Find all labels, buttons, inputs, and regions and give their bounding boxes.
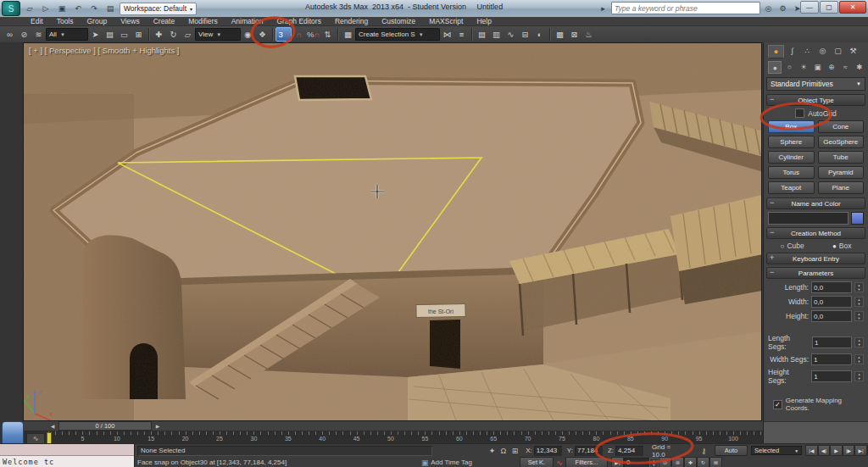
layer-manager-icon[interactable]: ▤ <box>475 28 489 41</box>
frame-indicator-field[interactable]: 0 / 100 <box>58 421 152 431</box>
autogrid-checkbox[interactable] <box>795 108 804 118</box>
menu-edit[interactable]: Edit <box>24 17 50 26</box>
zoom-viewport-icon[interactable]: ⊙ <box>659 457 671 467</box>
menu-group[interactable]: Group <box>81 17 114 26</box>
plane-button[interactable]: Plane <box>818 181 865 194</box>
maxscript-mini-listener[interactable]: Welcome tc <box>0 444 135 467</box>
length-segs-field[interactable]: 1 <box>812 336 852 348</box>
material-editor-icon[interactable]: ◐ <box>532 28 547 41</box>
selection-lock-icon[interactable]: Ω <box>498 446 509 456</box>
current-frame-field[interactable]: 0 <box>624 458 649 467</box>
menu-create[interactable]: Create <box>147 17 182 26</box>
mirror-icon[interactable]: ⋈ <box>440 28 454 41</box>
go-to-start-button[interactable]: |◀ <box>805 445 818 456</box>
select-and-link-icon[interactable]: ∞ <box>3 28 17 41</box>
open-file-icon[interactable]: ▷ <box>39 3 53 14</box>
menu-tools[interactable]: Tools <box>50 17 81 26</box>
listener-output-row[interactable]: Welcome tc <box>0 456 134 467</box>
align-icon[interactable]: ≡ <box>454 28 469 41</box>
unlink-selection-icon[interactable]: ⊘ <box>17 28 31 41</box>
render-setup-icon[interactable]: ▩ <box>553 28 567 41</box>
menu-rendering[interactable]: Rendering <box>328 17 375 26</box>
tab-motion-icon[interactable]: ◎ <box>815 45 830 57</box>
x-coord-field[interactable]: 12,343 <box>534 446 562 456</box>
key-filters-curve-icon[interactable]: ∿ <box>554 458 565 467</box>
primitive-category-dropdown[interactable]: Standard Primitives ▼ <box>766 77 865 91</box>
tube-button[interactable]: Tube <box>818 151 865 164</box>
menu-modifiers[interactable]: Modifiers <box>181 17 224 26</box>
length-field[interactable]: 0,0 <box>811 281 852 293</box>
tab-create-icon[interactable]: ● <box>768 45 784 58</box>
length-spinner[interactable]: ▴▾ <box>854 282 864 292</box>
selection-filter-dropdown[interactable]: All ▼ <box>46 28 88 41</box>
go-to-end-button[interactable]: ▶| <box>854 445 867 456</box>
torus-button[interactable]: Torus <box>768 166 815 179</box>
height-spinner[interactable]: ▴▾ <box>854 311 864 321</box>
frame-back-button[interactable]: ◀ <box>48 422 57 430</box>
select-and-scale-icon[interactable]: ▱ <box>181 28 195 41</box>
rollout-creation-method[interactable]: − Creation Method <box>766 227 865 239</box>
sphere-button[interactable]: Sphere <box>768 136 815 148</box>
perspective-viewport[interactable]: the St-Ori <box>23 42 762 421</box>
category-systems-icon[interactable]: ✱ <box>854 61 865 72</box>
minimize-button[interactable]: — <box>800 1 819 14</box>
frame-spinner[interactable]: ▴▾ <box>649 458 659 467</box>
search-go-icon[interactable]: ▸ <box>597 3 609 14</box>
category-lights-icon[interactable]: ☀ <box>798 61 810 72</box>
tab-display-icon[interactable]: ▢ <box>831 45 845 57</box>
cylinder-button[interactable]: Cylinder <box>768 151 815 164</box>
save-file-icon[interactable]: ▣ <box>55 3 69 14</box>
menu-graph-editors[interactable]: Graph Editors <box>270 17 327 26</box>
width-segs-field[interactable]: 1 <box>811 353 852 365</box>
selected-set-dropdown[interactable]: Selected ▼ <box>751 446 802 455</box>
menu-maxscript[interactable]: MAXScript <box>422 17 470 26</box>
use-pivot-center-icon[interactable]: ◉ <box>241 28 255 41</box>
select-object-icon[interactable]: ➤ <box>88 28 103 41</box>
teapot-button[interactable]: Teapot <box>768 181 815 194</box>
maximize-button[interactable]: ▢ <box>820 1 838 14</box>
absolute-mode-icon[interactable]: ⊞ <box>509 446 521 456</box>
tab-modify-icon[interactable]: ∫ <box>785 45 799 57</box>
box-button[interactable]: Box <box>768 120 815 133</box>
reference-coordinate-dropdown[interactable]: View ▼ <box>195 28 241 41</box>
category-cameras-icon[interactable]: ▣ <box>811 61 823 72</box>
pyramid-button[interactable]: Pyramid <box>818 166 865 179</box>
undo-icon[interactable]: ↶ <box>71 3 85 14</box>
next-frame-button[interactable]: |▶ <box>843 445 855 456</box>
workspace-dropdown[interactable]: Workspace: Default ▾ <box>120 3 197 15</box>
rollout-keyboard-entry[interactable]: + Keyboard Entry <box>766 253 865 264</box>
menu-animation[interactable]: Animation <box>225 17 270 26</box>
height-segs-spinner[interactable]: ▴▾ <box>854 371 864 381</box>
new-file-icon[interactable]: ▱ <box>23 3 36 14</box>
previous-frame-button[interactable]: ◀| <box>818 445 831 456</box>
render-production-icon[interactable]: ♨ <box>581 28 596 41</box>
snap-toggle-3d-button[interactable]: 3∩ <box>275 27 292 42</box>
select-and-move-icon[interactable]: ✚ <box>152 28 166 41</box>
width-spinner[interactable]: ▴▾ <box>854 297 864 307</box>
named-selection-dropdown[interactable]: Create Selection S ▼ <box>355 28 440 41</box>
search-icon[interactable]: ◎ <box>762 3 775 14</box>
box-radio[interactable]: ● Box <box>832 242 852 250</box>
pin-icon[interactable]: ✦ <box>487 446 498 456</box>
pan-view-icon[interactable]: ✚ <box>684 457 697 467</box>
object-name-input[interactable] <box>768 212 849 225</box>
app-logo-icon[interactable]: S <box>2 1 20 16</box>
listener-macro-row[interactable] <box>0 444 134 456</box>
category-spacewarps-icon[interactable]: ≈ <box>839 61 851 72</box>
project-folder-icon[interactable]: ▤ <box>103 3 117 14</box>
zoom-all-icon[interactable]: ⊚ <box>671 457 684 467</box>
select-by-name-icon[interactable]: ▤ <box>103 28 117 41</box>
search-input[interactable] <box>611 2 760 14</box>
ribbon-toggle-icon[interactable]: ▥ <box>489 28 504 41</box>
category-geometry-icon[interactable]: ● <box>768 61 782 74</box>
schematic-view-icon[interactable]: ⊟ <box>518 28 532 41</box>
object-color-swatch[interactable] <box>851 212 864 225</box>
rollout-name-color[interactable]: − Name and Color <box>766 197 865 209</box>
angle-snap-icon[interactable]: ∩ <box>292 28 306 41</box>
percent-snap-icon[interactable]: %∩ <box>306 28 320 41</box>
window-crossing-icon[interactable]: ⊞ <box>131 28 146 41</box>
redo-icon[interactable]: ↷ <box>87 3 101 14</box>
cone-button[interactable]: Cone <box>818 120 865 133</box>
tab-utilities-icon[interactable]: ⚒ <box>846 45 860 57</box>
menu-help[interactable]: Help <box>470 17 498 26</box>
